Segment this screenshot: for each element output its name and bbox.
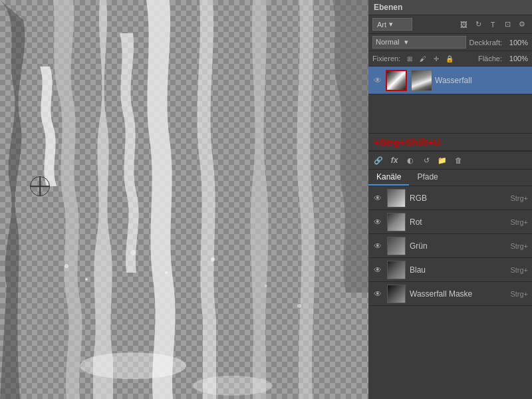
channel-rgb-shortcut: Strg+	[510, 194, 528, 202]
svg-point-9	[297, 304, 301, 308]
transform-icon[interactable]: ⊡	[501, 19, 513, 31]
channel-tabs: Kanäle Pfade	[368, 170, 532, 186]
channel-blau-visibility[interactable]: 👁	[372, 265, 383, 275]
flache-label: Fläche:	[478, 55, 502, 63]
channel-rot-visibility[interactable]: 👁	[372, 217, 383, 227]
canvas-area	[0, 0, 368, 399]
channel-rgb[interactable]: 👁 RGB Strg+	[368, 186, 532, 210]
layer-item[interactable]: 👁 Wasserfall	[368, 66, 532, 94]
group-icon[interactable]: ↺	[420, 154, 432, 166]
layer-mask-thumbnail	[411, 70, 432, 91]
move-lock-icon[interactable]: ✛	[431, 53, 442, 64]
lock-icon[interactable]: 🔒	[444, 53, 455, 64]
checkerboard-icon[interactable]: ⊞	[404, 53, 415, 64]
panel-header: Ebenen	[368, 0, 532, 15]
channel-mask-shortcut: Strg+	[510, 290, 528, 298]
right-panel: Ebenen Art ▾ 🖼 ↻ T ⊡ ⚙ Normal ▾ Deckkraf…	[368, 0, 532, 399]
channel-mask-thumb	[387, 285, 406, 303]
channel-blau-shortcut: Strg+	[510, 266, 528, 274]
blend-mode-value: Normal	[376, 38, 399, 46]
svg-point-7	[211, 257, 215, 261]
svg-point-3	[65, 264, 68, 268]
fixieren-row: Fixieren: ⊞ 🖌 ✛ 🔒 Fläche: 100%	[368, 51, 532, 66]
visibility-icon[interactable]: 👁	[372, 75, 383, 86]
opacity-label: Deckkraft:	[469, 39, 502, 47]
blend-chevron-icon: ▾	[404, 38, 408, 46]
layer-thumb-image	[387, 71, 406, 90]
channel-rgb-visibility[interactable]: 👁	[372, 193, 383, 203]
layer-mask-image	[412, 70, 432, 90]
channel-mask-visibility[interactable]: 👁	[372, 289, 383, 299]
waterfall-image	[0, 0, 368, 399]
art-toolbar-row: Art ▾ 🖼 ↻ T ⊡ ⚙	[368, 15, 532, 34]
channel-grun-visibility[interactable]: 👁	[372, 241, 383, 251]
brush-lock-icon[interactable]: 🖌	[418, 53, 428, 64]
image-icon[interactable]: 🖼	[458, 19, 469, 31]
svg-point-6	[165, 271, 168, 274]
text-icon[interactable]: T	[487, 19, 499, 31]
art-label: Art	[377, 21, 386, 29]
tab-pfade-label: Pfade	[417, 172, 438, 182]
blend-row: Normal ▾ Deckkraft: 100%	[368, 34, 532, 51]
channel-grun-shortcut: Strg+	[510, 242, 528, 250]
opacity-value: 100%	[505, 39, 528, 47]
art-dropdown[interactable]: Art ▾	[372, 18, 412, 31]
link-icon[interactable]: 🔗	[372, 154, 384, 166]
svg-point-1	[80, 352, 186, 379]
layer-list: 👁 Wasserfall	[368, 66, 532, 133]
channel-grun-thumb	[387, 237, 406, 255]
channel-blau-name: Blau	[410, 265, 506, 275]
tab-kanale[interactable]: Kanäle	[368, 170, 409, 186]
layer-name: Wasserfall	[435, 76, 528, 85]
channel-rot[interactable]: 👁 Rot Strg+	[368, 210, 532, 234]
channel-rot-name: Rot	[410, 217, 506, 227]
channel-rot-thumb	[387, 213, 406, 231]
channel-rgb-name: RGB	[410, 194, 506, 203]
gear-icon[interactable]: ⚙	[516, 19, 528, 31]
delete-layer-icon[interactable]: 🗑	[452, 154, 464, 166]
tab-kanale-label: Kanäle	[376, 172, 401, 182]
adjustment-layer-icon[interactable]: ◐	[404, 154, 416, 166]
panel-title: Ebenen	[374, 3, 402, 12]
channel-blau-thumb	[387, 261, 406, 279]
layer-thumbnail	[386, 70, 407, 91]
channel-mask-name: Wasserfall Maske	[410, 289, 506, 299]
channel-mask[interactable]: 👁 Wasserfall Maske Strg+	[368, 282, 532, 306]
channel-rot-shortcut: Strg+	[510, 218, 528, 226]
refresh-icon[interactable]: ↻	[472, 19, 484, 31]
new-layer-icon[interactable]: 📁	[436, 154, 448, 166]
blend-mode-dropdown[interactable]: Normal ▾	[372, 36, 466, 49]
svg-point-2	[193, 376, 273, 396]
fx-icon[interactable]: fx	[388, 154, 400, 166]
svg-point-4	[85, 278, 88, 281]
channel-rgb-thumb	[387, 189, 406, 207]
channel-grun[interactable]: 👁 Grün Strg+	[368, 234, 532, 258]
art-chevron-icon: ▾	[389, 20, 393, 29]
channel-list: 👁 RGB Strg+ 👁 Rot Strg+ 👁 Grün Strg+ 👁 B…	[368, 186, 532, 399]
svg-point-8	[265, 285, 267, 287]
channel-grun-name: Grün	[410, 241, 506, 251]
flache-value: 100%	[505, 55, 528, 63]
tab-pfade[interactable]: Pfade	[409, 170, 446, 186]
fixieren-label: Fixieren:	[372, 55, 400, 63]
channel-blau[interactable]: 👁 Blau Strg+	[368, 258, 532, 282]
shortcut-text: +Strg+Shift+U	[374, 136, 440, 148]
layer-bottom-toolbar: 🔗 fx ◐ ↺ 📁 🗑	[368, 151, 532, 170]
